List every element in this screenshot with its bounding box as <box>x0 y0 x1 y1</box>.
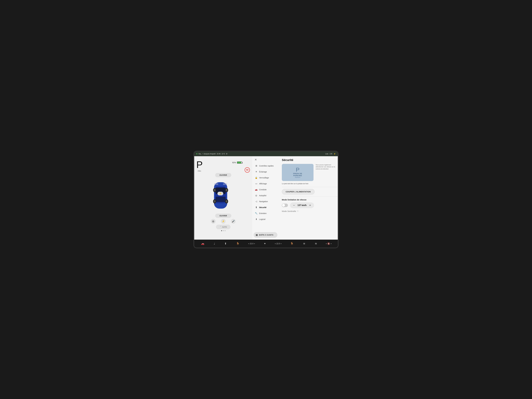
temp-left-value: 22.0 <box>250 242 253 245</box>
nav-label-entretien: Entretien <box>259 212 266 214</box>
page-dot-1[interactable] <box>221 230 222 231</box>
power-icon[interactable]: ⚡ <box>221 219 226 224</box>
nav-item-entretien[interactable]: 🔧 Entretien <box>252 210 279 216</box>
fan-icon: ✦ <box>264 242 266 245</box>
status-bar: Sta... • Jacques Anquetil 15:46 21°C 𝐓 L… <box>194 152 338 156</box>
verrouillage-icon: 🔒 <box>255 176 258 179</box>
parking-sub-label: Appliquer <box>293 177 302 178</box>
mode-limitation-toggle[interactable] <box>282 204 288 207</box>
svg-rect-3 <box>215 197 226 202</box>
nav-item-autopilot[interactable]: ◎ Autopilot <box>252 192 279 198</box>
page-dot-3[interactable] <box>225 230 226 231</box>
navigation-icon: ◁ <box>255 200 258 203</box>
temp-right-arrow-right[interactable]: ► <box>280 243 282 244</box>
nav-label-conduite: Conduite <box>259 189 266 191</box>
status-location: Sta... • Jacques Anquetil <box>198 153 215 155</box>
mode-limitation-title: Mode limitation de vitesse <box>282 199 339 201</box>
boite-label: BOÎTE À GANTS <box>259 234 273 236</box>
couper-alimentation-button[interactable]: COUPER L'ALIMENTATION <box>282 189 315 195</box>
nav-item-conduite[interactable]: 🚗 Conduite <box>252 187 279 192</box>
wiper-area: ⌒ AUTO <box>216 225 231 229</box>
status-right: Lola LTE ⚡ <box>325 153 336 155</box>
seat-heat-left[interactable]: 🪑 <box>289 241 295 246</box>
page-dots <box>221 230 226 231</box>
conduite-icon: 🚗 <box>255 188 258 191</box>
frein-info: P FREIN DE PARKING Appliquer Le pied doi… <box>282 164 339 185</box>
close-button[interactable]: ✕ <box>253 158 258 162</box>
temp-right-value: 22.0 <box>276 242 280 245</box>
wiper-label: AUTO <box>222 226 227 228</box>
temp-left-arrow-right[interactable]: ► <box>254 243 255 244</box>
nav-label-navigation: Navigation <box>259 200 268 203</box>
temp-right-arrow-left[interactable]: ◄ <box>274 243 276 244</box>
nav-label-autopilot: Autopilot <box>259 195 266 196</box>
status-left: Sta... • Jacques Anquetil 15:46 21°C 𝐓 <box>196 153 227 155</box>
nav-item-affichage[interactable]: ▭ Affichage <box>252 181 279 187</box>
speed-decrease-button[interactable]: − <box>292 203 296 207</box>
temp-left-arrow-left[interactable]: ◄ <box>248 243 249 244</box>
divider-1 <box>282 187 339 187</box>
settings-nav: ⊞ Contrôles rapides ☀ Éclairage 🔒 Verrou… <box>252 156 279 240</box>
controles-icon: ⊞ <box>255 165 258 167</box>
securite-icon: ℹ <box>255 206 258 209</box>
nav-item-navigation[interactable]: ◁ Navigation <box>252 198 279 204</box>
nav-item-verrouillage[interactable]: 🔒 Verrouillage <box>252 175 279 181</box>
mode-sentinelle-title: Mode Sentinelle ⓘ <box>282 210 339 212</box>
parking-label: PARKING <box>293 175 302 177</box>
vol-left-arrow[interactable]: ◄ <box>325 243 327 244</box>
parking-brake-card[interactable]: P FREIN DE PARKING Appliquer <box>282 164 314 181</box>
nav-label-verrouillage: Verrouillage <box>259 177 269 179</box>
settings-title: Sécurité <box>282 158 339 162</box>
music-button[interactable]: ♩ <box>213 241 216 246</box>
speed-value: 137 km/h <box>298 204 307 207</box>
volume-group: ◄ 🔇 ► <box>325 242 332 245</box>
parking-p-label: P <box>293 167 302 173</box>
car-taskbar-icon: 🚗 <box>201 242 204 245</box>
fan-button[interactable]: ✦ <box>263 241 267 246</box>
affichage-icon: ▭ <box>255 182 258 185</box>
status-temp: 21°C <box>222 153 225 155</box>
rear-heat-icon: ≋ <box>303 242 305 245</box>
wiper-icon: ⌒ <box>220 226 222 228</box>
nav-label-affichage: Affichage <box>259 183 267 185</box>
car-control-button[interactable]: 🚗 <box>200 241 205 246</box>
autopilot-icon: ◎ <box>255 194 258 197</box>
page-dot-2[interactable] <box>223 230 224 231</box>
seat-heat-left-icon: 🪑 <box>290 242 294 245</box>
speed-increase-button[interactable]: + <box>308 203 312 207</box>
svg-point-11 <box>226 200 228 203</box>
wiper-button[interactable]: ⌒ AUTO <box>216 225 231 229</box>
taskbar: 🚗 ♩ ⬆ 🪑 ◄ 22.0 ► ✦ ◄ 22.0 ► 🪑 ≋ <box>194 240 338 247</box>
music-icon: ♩ <box>214 242 215 245</box>
entretien-icon: 🔧 <box>255 212 258 215</box>
battery-row: 92% <box>232 162 242 164</box>
temp-left-group: ◄ 22.0 ► <box>248 242 255 245</box>
app-launcher-button[interactable]: ⬆ <box>223 241 228 246</box>
nav-label-eclairage: Éclairage <box>259 171 267 173</box>
speed-limit-badge: 50 <box>245 167 250 173</box>
parking-card-content: P FREIN DE PARKING Appliquer <box>293 167 302 178</box>
nav-item-logiciel[interactable]: ⬇ Logiciel <box>252 216 279 222</box>
bottom-icons: ◎ ⚡ 🎤 <box>211 219 236 224</box>
front-heat-button[interactable]: ≋ <box>314 241 318 246</box>
locate-icon[interactable]: ◎ <box>211 219 215 224</box>
open-top-button[interactable]: OUVRIR <box>215 173 231 177</box>
boite-a-gants-button[interactable]: ▤ BOÎTE À GANTS <box>253 232 277 238</box>
svg-point-5 <box>214 189 215 191</box>
car-name: Aïko <box>198 170 201 172</box>
mode-row: − 137 km/h + <box>282 203 339 208</box>
nav-item-controles-rapides[interactable]: ⊞ Contrôles rapides <box>252 163 279 169</box>
charge-button[interactable]: ⚡ <box>217 192 223 195</box>
status-time: 15:46 <box>217 153 221 155</box>
park-indicator: P <box>196 160 203 169</box>
rear-heat-button[interactable]: ≋ <box>302 241 306 246</box>
open-bottom-button[interactable]: OUVRIR <box>215 214 231 218</box>
nav-item-eclairage[interactable]: ☀ Éclairage <box>252 169 279 175</box>
svg-rect-13 <box>223 183 227 185</box>
frein-aside: Vous pouvez également sélectionner une v… <box>316 164 339 185</box>
mic-icon[interactable]: 🎤 <box>231 219 236 224</box>
info-icon: ⓘ <box>297 210 298 212</box>
vol-right-arrow[interactable]: ► <box>330 243 332 244</box>
nav-item-securite[interactable]: ℹ Sécurité <box>252 204 279 210</box>
tesla-logo: 𝐓 <box>226 153 227 155</box>
